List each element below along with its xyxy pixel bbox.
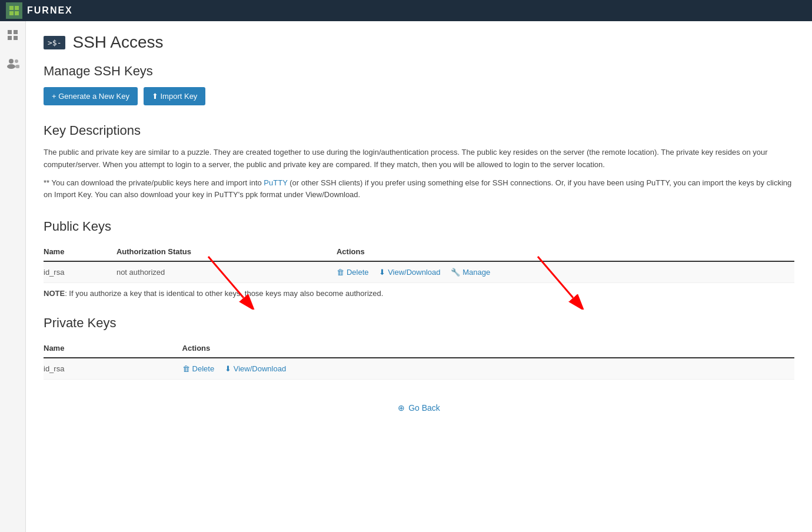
private-col-name: Name [44, 339, 182, 358]
go-back-icon: ⊕ [398, 403, 405, 413]
private-col-actions: Actions [182, 339, 794, 358]
public-key-actions: 🗑 Delete ⬇ View/Download 🔧 Manage [337, 261, 794, 283]
download-icon: ⬇ [225, 364, 231, 373]
svg-rect-7 [14, 36, 18, 40]
go-back-label: Go Back [408, 403, 440, 413]
top-nav: FURNEX [0, 0, 812, 21]
private-delete-link[interactable]: 🗑 Delete [182, 364, 215, 373]
wrench-icon: 🔧 [451, 268, 460, 277]
key-desc-para1: The public and private key are similar t… [44, 147, 794, 171]
public-keys-heading: Public Keys [44, 219, 794, 234]
public-key-name: id_rsa [44, 261, 117, 283]
public-key-auth-status: not authorized [117, 261, 337, 283]
buttons-row: + Generate a New Key ⬆ Import Key [44, 87, 794, 105]
svg-rect-0 [9, 6, 14, 10]
private-keys-heading: Private Keys [44, 315, 794, 331]
ssh-icon: >$- [44, 36, 65, 49]
go-back-row: ⊕ Go Back [44, 403, 794, 436]
svg-point-11 [15, 65, 19, 68]
trash-icon: 🗑 [182, 364, 190, 373]
logo-text: FURNEX [27, 5, 73, 16]
svg-point-8 [9, 59, 14, 64]
public-keys-table: Name Authorization Status Actions id_rsa… [44, 242, 794, 283]
main-content: >$- SSH Access Manage SSH Keys + Generat… [26, 21, 812, 532]
svg-point-10 [15, 59, 18, 63]
private-keys-header-row: Name Actions [44, 339, 794, 358]
svg-rect-2 [9, 11, 14, 15]
page-title-row: >$- SSH Access [44, 33, 794, 52]
svg-rect-6 [8, 36, 12, 40]
public-col-name: Name [44, 242, 117, 261]
table-row: id_rsa not authorized 🗑 Delete ⬇ View/Do… [44, 261, 794, 283]
public-col-auth: Authorization Status [117, 242, 337, 261]
trash-icon: 🗑 [337, 268, 344, 277]
public-delete-link[interactable]: 🗑 Delete [337, 268, 369, 277]
private-view-download-link[interactable]: ⬇ View/Download [225, 364, 286, 373]
table-row: id_rsa 🗑 Delete ⬇ View/Download [44, 358, 794, 380]
download-icon: ⬇ [379, 268, 385, 277]
public-keys-section: Public Keys Name Authorization Status Ac… [44, 219, 794, 298]
key-descriptions-section: Key Descriptions The public and private … [44, 123, 794, 201]
private-keys-table: Name Actions id_rsa 🗑 Delete ⬇ View/Down… [44, 339, 794, 380]
svg-rect-1 [15, 6, 19, 10]
key-desc-para2-prefix: ** You can download the private/public k… [44, 178, 264, 187]
import-key-button[interactable]: ⬆ Import Key [144, 87, 205, 105]
public-keys-header-row: Name Authorization Status Actions [44, 242, 794, 261]
svg-rect-3 [15, 11, 19, 15]
sidebar-grid-icon[interactable] [5, 27, 21, 46]
private-key-actions: 🗑 Delete ⬇ View/Download [182, 358, 794, 380]
sidebar-users-icon[interactable] [4, 56, 22, 74]
manage-heading: Manage SSH Keys [44, 64, 794, 79]
page-title: SSH Access [72, 33, 163, 52]
putty-link[interactable]: PuTTY [264, 178, 287, 187]
public-view-download-link[interactable]: ⬇ View/Download [379, 268, 440, 277]
public-manage-link[interactable]: 🔧 Manage [451, 268, 490, 277]
key-desc-para2: ** You can download the private/public k… [44, 177, 794, 202]
generate-key-button[interactable]: + Generate a New Key [44, 87, 138, 105]
key-desc-heading: Key Descriptions [44, 123, 794, 138]
private-key-name: id_rsa [44, 358, 182, 380]
svg-point-9 [7, 64, 15, 69]
public-col-actions: Actions [337, 242, 794, 261]
logo-icon [6, 2, 22, 19]
go-back-link[interactable]: ⊕ Go Back [398, 403, 440, 413]
sidebar [0, 21, 26, 532]
private-keys-section: Private Keys Name Actions id_rsa 🗑 Delet… [44, 315, 794, 380]
svg-rect-5 [14, 30, 18, 34]
svg-rect-4 [8, 30, 12, 34]
public-keys-note: NOTE: If you authorize a key that is ide… [44, 289, 794, 298]
logo: FURNEX [6, 2, 73, 19]
